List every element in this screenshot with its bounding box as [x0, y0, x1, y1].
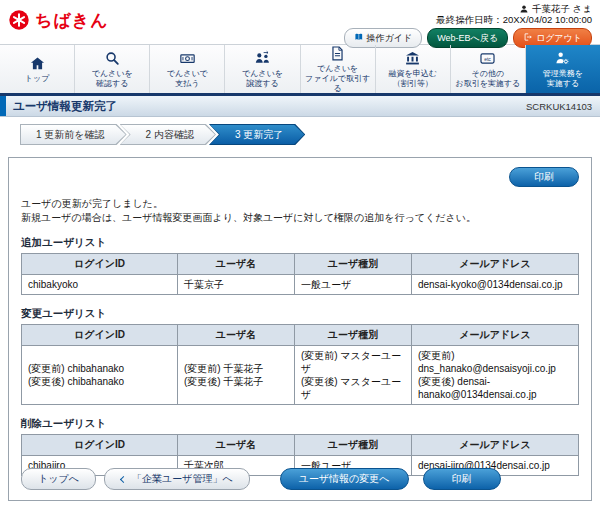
- cell-mail-address: (変更前) dns_hanako@densaisyoji.co.jp (変更後)…: [411, 346, 578, 405]
- chibagin-logo-icon: [8, 9, 30, 31]
- brand-logo[interactable]: ちばきん: [8, 8, 109, 32]
- user-info-change-button[interactable]: ユーザ情報の変更へ: [280, 468, 409, 490]
- corporate-user-management-button[interactable]: 「企業ユーザ管理」へ: [104, 468, 250, 490]
- web-eb-back-label: Web-EBへ戻る: [437, 33, 498, 43]
- header: ちばきん 千葉花子 さま 最終操作日時：20XX/04/02 10:00:00 …: [0, 0, 600, 44]
- column-header-mail-address: メールアドレス: [411, 254, 578, 275]
- etc-icon: etc: [479, 50, 496, 67]
- cell-user-name: (変更前) 千葉花子 (変更後) 千葉花子: [177, 346, 294, 405]
- cell-mail-address: densai-kyoko@0134densai.co.jp: [411, 275, 578, 295]
- nav-item-pay-densai[interactable]: でんさいで 支払う: [150, 45, 225, 93]
- nav-item-admin-tasks[interactable]: 管理業務を 実施する: [526, 45, 600, 93]
- nav-item-file-densai[interactable]: でんさいを ファイルで取引する: [301, 45, 376, 93]
- payment-icon: [179, 50, 196, 67]
- cell-login-id: chibakyoko: [22, 275, 178, 295]
- guide-book-icon: [354, 32, 364, 44]
- brand-name: ちばきん: [35, 9, 109, 32]
- column-header-user-type: ユーザ種別: [294, 254, 411, 275]
- column-header-user-type: ユーザ種別: [294, 435, 411, 456]
- message-block: ユーザの更新が完了しました。 新規ユーザの場合は、ユーザ情報変更画面より、対象ユ…: [21, 198, 579, 224]
- changed-user-list-title: 変更ユーザリスト: [21, 307, 579, 321]
- print-button-bottom[interactable]: 印刷: [423, 468, 501, 490]
- main-navigation: トップ でんさいを 確認する でんさいで 支払う でんさいを 譲渡する でんさい…: [0, 44, 600, 96]
- admin-gear-icon: [554, 50, 571, 67]
- file-icon: [329, 45, 346, 62]
- screen: ちばきん 千葉花子 さま 最終操作日時：20XX/04/02 10:00:00 …: [0, 0, 600, 512]
- corporate-user-management-label: 「企業ユーザ管理」へ: [132, 473, 233, 485]
- home-icon: [29, 55, 46, 72]
- operation-guide-label: 操作ガイド: [367, 33, 413, 43]
- step-1-confirm-before-update: 1 更新前を確認: [20, 124, 127, 145]
- screen-id: SCRKUK14103: [526, 101, 592, 112]
- deleted-user-list-title: 削除ユーザリスト: [21, 417, 579, 431]
- table-row: (変更前) chibahanako (変更後) chibahanako (変更前…: [22, 346, 579, 405]
- column-header-mail-address: メールアドレス: [411, 435, 578, 456]
- column-header-mail-address: メールアドレス: [411, 325, 578, 346]
- user-name: 千葉花子 さま: [532, 3, 592, 14]
- title-accent-bar: [0, 96, 6, 116]
- cell-user-type: 一般ユーザ: [294, 275, 411, 295]
- changed-user-section: 変更ユーザリスト ログインID ユーザ名 ユーザ種別 メールアドレス (変更前)…: [21, 307, 579, 405]
- added-user-section: 追加ユーザリスト ログインID ユーザ名 ユーザ種別 メールアドレス chiba…: [21, 236, 579, 295]
- step-3-update-complete: 3 更新完了: [209, 124, 305, 145]
- completion-message: ユーザの更新が完了しました。: [21, 198, 579, 210]
- column-header-user-name: ユーザ名: [177, 325, 294, 346]
- changed-user-table: ログインID ユーザ名 ユーザ種別 メールアドレス (変更前) chibahan…: [21, 324, 579, 405]
- page-title-bar: ユーザ情報更新完了 SCRKUK14103: [0, 96, 600, 117]
- column-header-user-type: ユーザ種別: [294, 325, 411, 346]
- column-header-login-id: ログインID: [22, 325, 178, 346]
- nav-item-loan[interactable]: 融資を申込む （割引等）: [376, 45, 451, 93]
- table-header-row: ログインID ユーザ名 ユーザ種別 メールアドレス: [22, 254, 579, 275]
- column-header-login-id: ログインID: [22, 254, 178, 275]
- column-header-user-name: ユーザ名: [177, 435, 294, 456]
- chevron-left-icon: [120, 475, 127, 482]
- nav-item-transfer-densai[interactable]: でんさいを 譲渡する: [225, 45, 300, 93]
- cell-login-id: (変更前) chibahanako (変更後) chibahanako: [22, 346, 178, 405]
- svg-text:etc: etc: [485, 56, 492, 61]
- user-icon: [519, 4, 529, 14]
- bank-icon: [404, 50, 421, 67]
- top-button-label: トップへ: [38, 473, 79, 485]
- user-info: 千葉花子 さま: [519, 3, 592, 14]
- footer-buttons: トップへ 「企業ユーザ管理」へ ユーザ情報の変更へ 印刷: [21, 468, 579, 490]
- logout-icon: [523, 32, 533, 44]
- last-operation-datetime: 最終操作日時：20XX/04/02 10:00:00: [436, 14, 592, 26]
- cell-user-type: (変更前) マスターユーザ (変更後) マスターユーザ: [294, 346, 411, 405]
- search-icon: [104, 50, 121, 67]
- print-button-top[interactable]: 印刷: [509, 167, 579, 187]
- nav-item-top[interactable]: トップ: [0, 45, 75, 93]
- column-header-user-name: ユーザ名: [177, 254, 294, 275]
- table-row: chibakyoko 千葉京子 一般ユーザ densai-kyoko@0134d…: [22, 275, 579, 295]
- nav-item-confirm-densai[interactable]: でんさいを 確認する: [75, 45, 150, 93]
- step-indicator: 1 更新前を確認 2 内容確認 3 更新完了: [0, 117, 600, 151]
- logout-label: ログアウト: [536, 33, 582, 43]
- table-header-row: ログインID ユーザ名 ユーザ種別 メールアドレス: [22, 325, 579, 346]
- instruction-message: 新規ユーザの場合は、ユーザ情報変更画面より、対象ユーザに対して権限の追加を行って…: [21, 212, 579, 224]
- top-button[interactable]: トップへ: [21, 468, 96, 490]
- header-right: 千葉花子 さま 最終操作日時：20XX/04/02 10:00:00 操作ガイド…: [344, 3, 592, 44]
- step-2-confirm-content: 2 内容確認: [120, 124, 216, 145]
- cell-user-name: 千葉京子: [177, 275, 294, 295]
- page-title: ユーザ情報更新完了: [13, 99, 117, 114]
- column-header-login-id: ログインID: [22, 435, 178, 456]
- nav-item-other-transactions[interactable]: etc その他の お取引を実施する: [451, 45, 526, 93]
- table-header-row: ログインID ユーザ名 ユーザ種別 メールアドレス: [22, 435, 579, 456]
- content-panel: 印刷 ユーザの更新が完了しました。 新規ユーザの場合は、ユーザ情報変更画面より、…: [8, 157, 592, 501]
- print-row: 印刷: [21, 167, 579, 187]
- added-user-table: ログインID ユーザ名 ユーザ種別 メールアドレス chibakyoko 千葉京…: [21, 253, 579, 295]
- transfer-icon: [254, 50, 271, 67]
- added-user-list-title: 追加ユーザリスト: [21, 236, 579, 250]
